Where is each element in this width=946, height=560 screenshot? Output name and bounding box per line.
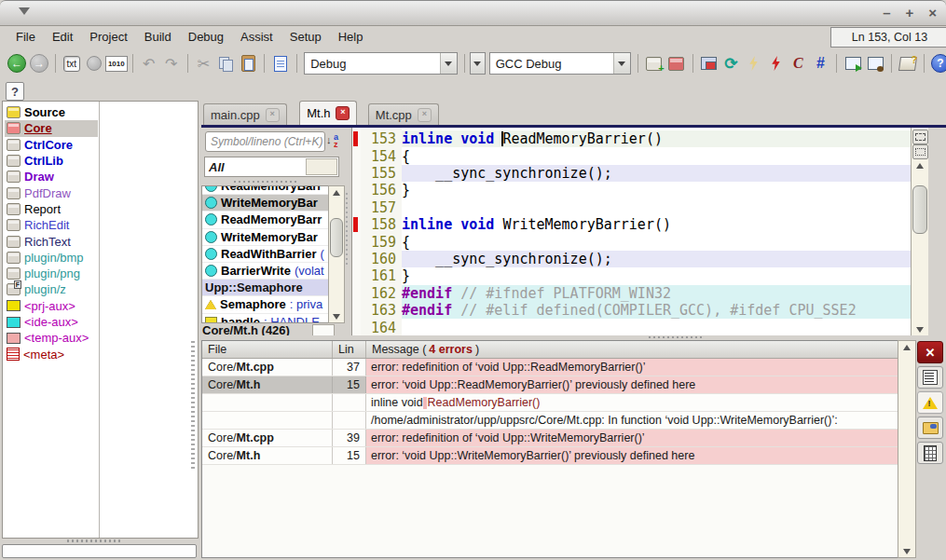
cut-button[interactable]: ✂ [192,52,214,75]
editor-line[interactable]: 158inline void WriteMemoryBarrier() [352,216,928,233]
symbol-filter-combo[interactable]: All [204,157,339,177]
split-vertical-button[interactable] [912,144,928,159]
code-text[interactable] [402,319,928,335]
symbol-item[interactable]: BarrierWrite(volat [202,263,329,280]
error-row[interactable]: /home/administrator/upp/uppsrc/Core/Mt.c… [202,412,898,430]
package-item--temp-aux-[interactable]: <temp-aux> [5,330,98,346]
package-file-divider[interactable] [99,102,100,538]
editor-line[interactable]: 160 __sync_synchronize(); [352,251,928,267]
error-row[interactable]: Core/Mt.h15error: ‘void Upp::WriteMemory… [202,447,898,465]
edit-as-image-button[interactable] [83,52,105,75]
code-text[interactable] [402,199,928,216]
code-text[interactable]: __sync_synchronize(); [402,251,928,267]
help-book-icon[interactable]: ? [897,52,919,75]
sort-alpha-icon[interactable]: ↓az [325,133,342,150]
editor-line[interactable]: 164 [352,319,928,335]
symbol-item[interactable]: Semaphore : priva [202,296,329,313]
find-in-files-button[interactable] [917,417,943,439]
symbol-item[interactable]: Upp::Semaphore [202,280,329,296]
tab-close-icon[interactable]: × [418,108,432,122]
open-file-button[interactable] [269,52,292,75]
edit-as-hex-button[interactable]: 1010 [105,52,128,75]
editor-line[interactable]: 156} [352,182,928,198]
package-organizer-icon[interactable] [665,52,688,75]
context-help-button[interactable]: ? [6,82,24,101]
line-col-indicator[interactable]: Ln 153, Col 13 [830,27,946,48]
build-config-combo[interactable]: Debug [304,52,458,75]
package-item-plugin-z[interactable]: Fplugin/z [5,281,98,297]
split-horizontal-button[interactable] [912,130,928,144]
menu-build[interactable]: Build [136,27,180,47]
code-text[interactable]: inline void WriteMemoryBarrier() [402,216,928,233]
close-button[interactable]: × [928,1,937,25]
show-log-button[interactable] [917,366,943,389]
window-menu-icon[interactable] [19,7,30,15]
tab-Mt-cpp[interactable]: Mt.cpp× [368,103,439,125]
tab-Mt-h[interactable]: Mt.h× [299,101,357,125]
editor-line[interactable]: 163#endif // #elif defined(COMPILER_GCC)… [352,302,928,319]
sidebar-bottom-splitter[interactable] [2,539,197,543]
package-item--ide-aux-[interactable]: <ide-aux> [5,314,98,330]
compile-icon[interactable] [742,52,764,75]
package-item-richtext[interactable]: RichText [5,233,98,249]
symbol-editor-splitter[interactable] [343,128,351,335]
code-text[interactable]: { [402,147,928,164]
sidebar-splitter[interactable] [191,341,195,471]
code-text[interactable]: #endif // #ifndef PLATFORM_WIN32 [402,285,928,302]
build-method-dropdown-button[interactable] [470,52,486,75]
package-item-ctrlcore[interactable]: CtrlCore [5,137,98,153]
symbol-item[interactable]: handle : HANDLE [202,314,329,324]
package-item-core[interactable]: Core [5,120,98,136]
package-item-draw[interactable]: Draw [5,169,98,184]
package-item-source[interactable]: Source [5,104,98,120]
editor-line[interactable]: 153inline void ReadMemoryBarrier() [352,130,928,147]
editor-line[interactable]: 157 [352,199,928,216]
sync-refresh-icon[interactable]: ⟳ [720,52,742,75]
undo-button[interactable]: ↶ [138,52,160,75]
editor-line[interactable]: 161} [352,267,928,284]
add-package-icon[interactable]: + [643,52,665,75]
tab-main-cpp[interactable]: main.cpp× [203,103,287,125]
symbol-item[interactable]: WriteMemoryBar [202,195,329,212]
package-item-plugin-png[interactable]: plugin/png [5,266,98,281]
redo-button[interactable]: ↷ [160,52,183,75]
warnings-button[interactable]: ! [917,391,943,414]
edit-as-text-button[interactable]: txt [61,52,83,75]
symbol-item[interactable]: ReadMemoryBarr [202,185,329,195]
menu-setup[interactable]: Setup [281,27,330,47]
preprocess-icon[interactable]: # [809,52,831,75]
menu-help[interactable]: Help [330,27,372,47]
col-lin[interactable]: Lin [333,341,366,358]
code-text[interactable]: { [402,233,928,250]
code-text[interactable]: __sync_synchronize(); [402,165,928,182]
editor-line[interactable]: 154{ [352,147,928,164]
menu-edit[interactable]: Edit [44,27,81,47]
error-row[interactable]: inline void ReadMemoryBarrier() [202,394,898,412]
title-bar[interactable]: – + × [0,0,946,26]
minimize-button[interactable]: – [883,1,890,25]
package-item-ctrllib[interactable]: CtrlLib [5,153,98,169]
error-list-header[interactable]: File Lin Message (4 errors) [202,341,898,359]
menu-project[interactable]: Project [81,27,135,47]
code-text[interactable]: #endif // #elif defined(COMPILER_GCC), #… [402,302,928,319]
designers-icon[interactable] [697,52,720,75]
error-row[interactable]: Core/Mt.cpp39error: redefinition of ‘voi… [202,430,898,447]
debug-run-icon[interactable] [864,52,886,75]
error-scrollbar[interactable] [898,340,916,558]
symbol-search-input[interactable]: Symbol/lineno (Ctrl+K) [205,131,325,152]
package-item-richedit[interactable]: RichEdit [5,217,98,233]
menu-debug[interactable]: Debug [180,27,232,47]
rebuild-icon[interactable] [764,52,787,75]
help-icon[interactable]: ? [929,52,946,75]
symbol-item[interactable]: ReadMemoryBarr [202,212,329,228]
error-row[interactable]: Core/Mt.h15error: ‘void Upp::ReadMemoryB… [202,376,898,394]
package-item--prj-aux-[interactable]: <prj-aux> [5,298,98,314]
code-text[interactable]: } [402,182,928,198]
editor-scrollbar[interactable] [911,128,928,335]
run-icon[interactable] [842,52,864,75]
editor-line[interactable]: 159{ [352,233,928,250]
symbol-item[interactable]: WriteMemoryBar [202,229,329,246]
tab-close-icon[interactable]: × [336,106,350,120]
copy-button[interactable] [214,52,237,75]
editor-line[interactable]: 155 __sync_synchronize(); [352,165,928,182]
